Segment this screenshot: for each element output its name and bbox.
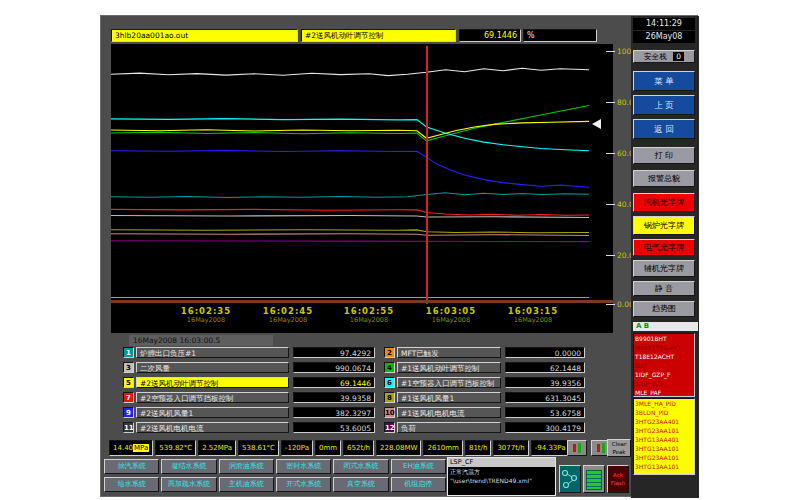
trend-file-line: "\user\trend\TREND49.xml": [448, 476, 555, 485]
axis-tick-mark: [606, 102, 615, 103]
trend-line: [111, 230, 589, 233]
time-axis-line: [111, 300, 613, 303]
mute-button[interactable]: 静 音: [633, 281, 695, 296]
pen-label[interactable]: 二次风量: [136, 362, 289, 373]
point-description-field[interactable]: #2送风机动叶调节控制: [301, 29, 456, 42]
status-value: 0mm: [315, 440, 341, 456]
trend-run-indicator-button[interactable]: [567, 440, 587, 456]
pen-number-swatch: 9: [123, 407, 134, 418]
alarm-tag-entry[interactable]: 3BLDN_PID: [634, 408, 694, 417]
print-button[interactable]: 打 印: [633, 147, 695, 164]
legend-row: 8#1送风机风量1631.3045: [384, 391, 385, 404]
pen-value: 631.3045: [505, 392, 585, 403]
pen-label[interactable]: 负荷: [397, 422, 501, 433]
axis-tick-mark: [606, 153, 615, 154]
pen-number-swatch: 2: [384, 347, 395, 358]
alarm-tag-entry[interactable]: 3HTG13AA101: [634, 444, 694, 453]
system-menu-button[interactable]: 润滑油系统: [219, 459, 274, 474]
legend-row: 5#2送风机动叶调节控制69.1446: [123, 376, 124, 389]
pen-value: 62.1448: [505, 362, 585, 373]
menu-button[interactable]: 菜 单: [633, 71, 695, 91]
tick-time: 16:02:45: [253, 306, 323, 316]
system-menu-button[interactable]: 凝结水系统: [161, 459, 216, 474]
pen-label[interactable]: #2送风机动叶调节控制: [136, 377, 289, 388]
pen-label[interactable]: #2送风机风量1: [136, 407, 289, 418]
alarm-tag-entry[interactable]: 3MLE_HA_PID: [634, 399, 694, 408]
time-axis-tick: 16:02:3516May2008: [171, 306, 241, 324]
boiler-annunciator-button[interactable]: 锅炉光字牌: [633, 216, 695, 235]
pen-label[interactable]: #1空预器入口调节挡板控制: [397, 377, 501, 388]
alarm-entry[interactable]: B9901BHT: [634, 334, 694, 343]
back-button[interactable]: 返 回: [633, 119, 695, 139]
green-led-icon: [602, 443, 605, 453]
trend-file-list[interactable]: LSP_CF 正常汽温方"\user\trend\TREND49.xml": [447, 457, 556, 496]
tick-date: 16May2008: [334, 316, 404, 324]
alarm-tag-entry[interactable]: 3HTG23AA101: [634, 426, 694, 435]
safety-stack[interactable]: 安全栈 0: [633, 50, 695, 63]
tick-date: 16May2008: [171, 316, 241, 324]
alarm-entry[interactable]: T18E12ACHT: [634, 352, 694, 361]
alarm-tag-entry[interactable]: 3HTG13AA101: [634, 462, 694, 471]
alarm-entry[interactable]: M01E175S.#F1: [634, 343, 694, 352]
alarm-entry[interactable]: O2:: [634, 361, 694, 370]
pen-label[interactable]: MFT已触发: [397, 347, 501, 358]
legend-row: 9#2送风机风量1382.3297: [123, 406, 124, 419]
legend-row: 10#1送风机电机电流53.6758: [384, 406, 385, 419]
ack-flash-button[interactable]: AckFlash: [607, 465, 629, 493]
pen-number-swatch: 5: [123, 377, 134, 388]
trend-line: [111, 151, 589, 188]
pen-label[interactable]: 炉膛出口负压#1: [136, 347, 289, 358]
pen-number-swatch: 1: [123, 347, 134, 358]
clear-peak-button[interactable]: ClearPeak: [607, 439, 631, 457]
system-menu-button[interactable]: 真空系统: [333, 477, 388, 492]
red-led-icon: [597, 444, 600, 452]
trend-plot-area[interactable]: 16:02:3516May200816:02:4516May200816:02:…: [111, 44, 613, 333]
active-alarm-list[interactable]: B9901BHTM01E175S.#F1T18E12ACHTO2:1IDF_GZ…: [633, 333, 695, 397]
system-menu-row-2: 给水系统高加疏水系统主机油系统开式水系统真空系统机组启停: [104, 477, 446, 492]
system-menu-button[interactable]: 抽汽系统: [104, 459, 159, 474]
point-unit-display: %: [523, 29, 597, 42]
legend-row: 3二次风量990.0674: [123, 361, 124, 374]
alarm-tag-entry[interactable]: 3HTG23AA101: [634, 453, 694, 462]
system-menu-button[interactable]: 闭式水系统: [333, 459, 388, 474]
selected-trend-group[interactable]: LSP_CF: [448, 458, 555, 467]
system-menu-button[interactable]: 开式水系统: [276, 477, 331, 492]
alarm-summary-button[interactable]: 报警总貌: [633, 170, 695, 187]
auxiliary-annunciator-button[interactable]: 辅机光字牌: [633, 260, 695, 277]
system-menu-button[interactable]: 机组启停: [391, 477, 446, 492]
pen-number-swatch: 6: [384, 377, 395, 388]
pen-label[interactable]: #1送风机电机电流: [397, 407, 501, 418]
turbine-annunciator-button[interactable]: 汽机光字牌: [633, 193, 695, 212]
pen-label[interactable]: #2空预器入口调节挡板控制: [136, 392, 289, 403]
trend-line: [111, 121, 589, 138]
alarm-entry[interactable]: 1IDF_GZP: [634, 379, 694, 388]
system-menu-button[interactable]: 给水系统: [104, 477, 159, 492]
trend-lines: [111, 46, 589, 299]
green-led-icon: [578, 443, 581, 453]
prev-page-button[interactable]: 上 页: [633, 95, 695, 115]
legend-row: 4#1送风机动叶调节控制62.1448: [384, 361, 385, 374]
network-view-button[interactable]: [559, 465, 581, 493]
alarm-tag-list[interactable]: 3MLE_HA_PID3BLDN_PID3HTG23AA4013HTG23AA1…: [633, 398, 695, 475]
pen-label[interactable]: #1送风机风量1: [397, 392, 501, 403]
alarm-tag-entry[interactable]: 3HTG13AA401: [634, 435, 694, 444]
system-menu-button[interactable]: 高加疏水系统: [161, 477, 216, 492]
system-menu-button[interactable]: 主机油系统: [219, 477, 274, 492]
alarm-tag-entry[interactable]: 3HTG23AA401: [634, 417, 694, 426]
pen-label[interactable]: #1送风机动叶调节控制: [397, 362, 501, 373]
alarm-entry[interactable]: MLE_PAF: [634, 388, 694, 397]
safety-stack-count: 0: [673, 52, 684, 61]
alarm-entry[interactable]: 1IDF_GZP_F: [634, 370, 694, 379]
electrical-annunciator-button[interactable]: 电气光字牌: [633, 239, 695, 256]
system-menu-button[interactable]: 密封水系统: [276, 459, 331, 474]
point-tag-field[interactable]: 3hlb20aa001ao.out: [111, 29, 298, 42]
pen-value: 97.4292: [293, 347, 375, 358]
clock-date: 26May08: [633, 31, 695, 43]
pen-label[interactable]: #2送风机电机电流: [136, 422, 289, 433]
system-menu-button[interactable]: EH油系统: [391, 459, 446, 474]
trend-cursor[interactable]: [426, 46, 428, 304]
table-view-button[interactable]: [583, 465, 605, 493]
trend-page-button[interactable]: 趋势图: [633, 301, 695, 317]
safety-stack-label: 安全栈: [644, 52, 667, 61]
tick-date: 16May2008: [416, 316, 486, 324]
